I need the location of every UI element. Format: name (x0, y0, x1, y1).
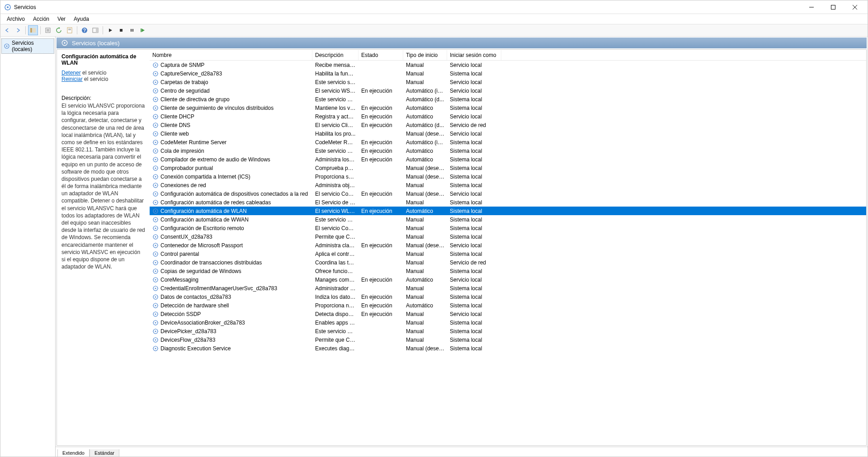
service-row[interactable]: Configuración automática de WLANEl servi… (150, 207, 866, 215)
column-state[interactable]: Estado (359, 50, 403, 60)
svg-point-50 (155, 159, 156, 160)
service-desc: El servicio Client... (312, 122, 359, 128)
service-row[interactable]: Conexiones de redAdministra obje...Manua… (150, 181, 866, 189)
properties-button[interactable] (65, 25, 75, 35)
menubar: Archivo Acción Ver Ayuda (0, 14, 868, 24)
service-row[interactable]: CredentialEnrollmentManagerUserSvc_d28a7… (150, 284, 866, 292)
maximize-button[interactable] (824, 1, 842, 14)
column-logon[interactable]: Iniciar sesión como (447, 50, 501, 60)
svg-point-70 (155, 245, 156, 246)
service-name: Conexión compartida a Internet (ICS) (160, 174, 250, 180)
restart-service-button[interactable] (138, 25, 148, 35)
show-hide-action-pane-button[interactable] (90, 25, 100, 35)
service-row[interactable]: Comprobador puntualComprueba pos...Manua… (150, 164, 866, 172)
service-row[interactable]: Detección SSDPDetecta disposit...En ejec… (150, 310, 866, 318)
restart-service-link[interactable]: Reiniciar (61, 76, 83, 82)
menu-ayuda[interactable]: Ayuda (70, 15, 93, 23)
service-row[interactable]: Conexión compartida a Internet (ICS)Prop… (150, 172, 866, 181)
menu-archivo[interactable]: Archivo (3, 15, 28, 23)
service-row[interactable]: CoreMessagingManages comm...En ejecución… (150, 275, 866, 284)
column-startup[interactable]: Tipo de inicio (403, 50, 447, 60)
service-row[interactable]: Compilador de extremo de audio de Window… (150, 155, 866, 164)
close-button[interactable] (846, 1, 864, 14)
svg-point-58 (155, 193, 156, 194)
minimize-button[interactable] (802, 1, 821, 14)
svg-point-48 (155, 150, 156, 151)
back-button[interactable] (2, 25, 12, 35)
service-row[interactable]: Contenedor de Microsoft PassportAdminist… (150, 241, 866, 250)
service-row[interactable]: Configuración automática de redes cablea… (150, 198, 866, 207)
service-row[interactable]: CodeMeter Runtime ServerCodeMeter Run...… (150, 138, 866, 146)
menu-accion[interactable]: Acción (29, 15, 53, 23)
svg-point-54 (155, 176, 156, 177)
service-row[interactable]: Configuración automática de dispositivos… (150, 189, 866, 198)
service-row[interactable]: Configuración automática de WWANEste ser… (150, 215, 866, 224)
service-row[interactable]: ConsentUX_d28a783Permite que Co...Manual… (150, 232, 866, 241)
service-row[interactable]: Centro de seguridadEl servicio WSCS...En… (150, 86, 866, 95)
svg-point-72 (155, 253, 156, 254)
service-name: Cliente DHCP (160, 113, 194, 120)
service-row[interactable]: Coordinador de transacciones distribuida… (150, 258, 866, 267)
service-startup: Automático (403, 113, 447, 120)
service-desc: Ofrece funciona... (312, 268, 359, 274)
svg-point-46 (155, 141, 156, 143)
svg-point-40 (155, 116, 156, 117)
export-list-button[interactable] (43, 25, 53, 35)
column-description[interactable]: Descripción (312, 50, 359, 60)
service-row[interactable]: Cola de impresiónEste servicio po...En e… (150, 146, 866, 155)
show-hide-tree-button[interactable] (28, 25, 38, 35)
service-row[interactable]: DevicesFlow_d28a783Permite que Co...Manu… (150, 335, 866, 344)
tab-extended[interactable]: Extendido (57, 449, 90, 457)
gear-icon (152, 122, 159, 128)
service-row[interactable]: CaptureService_d28a783Habilita la funci.… (150, 69, 866, 78)
gear-icon (152, 345, 159, 352)
service-row[interactable]: Detección de hardware shellProporciona n… (150, 301, 866, 310)
stop-service-link[interactable]: Detener (61, 70, 81, 76)
gear-icon (152, 217, 159, 223)
service-row[interactable]: Cliente de directiva de grupoEste servic… (150, 95, 866, 104)
service-row[interactable]: Copias de seguridad de WindowsOfrece fun… (150, 267, 866, 275)
service-desc: Permite que Co... (312, 337, 359, 343)
service-logon: Sistema local (447, 302, 501, 309)
service-row[interactable]: Diagnostic Execution ServiceExecutes dia… (150, 344, 866, 353)
stop-service-button[interactable] (116, 25, 126, 35)
forward-button[interactable] (13, 25, 23, 35)
gear-icon (152, 88, 159, 94)
window-title: Servicios (14, 4, 802, 10)
refresh-button[interactable] (54, 25, 64, 35)
services-app-icon (4, 4, 11, 11)
svg-point-90 (155, 330, 156, 332)
tree-root-services[interactable]: Servicios (locales) (1, 38, 54, 54)
gear-icon (152, 311, 159, 317)
service-name: DevicesFlow_d28a783 (160, 337, 215, 343)
service-row[interactable]: Configuración de Escritorio remotoEl ser… (150, 224, 866, 232)
service-row[interactable]: Carpetas de trabajoEste servicio sin...M… (150, 78, 866, 86)
menu-ver[interactable]: Ver (54, 15, 69, 23)
svg-text:?: ? (83, 28, 86, 33)
service-row[interactable]: Cliente webHabilita los pro...Manual (de… (150, 129, 866, 138)
service-row[interactable]: DeviceAssociationBroker_d28a783Enables a… (150, 318, 866, 327)
svg-point-60 (155, 202, 156, 203)
description-label: Descripción: (61, 95, 145, 101)
svg-point-86 (155, 313, 156, 315)
service-row[interactable]: Datos de contactos_d28a783Indiza los dat… (150, 292, 866, 301)
service-row[interactable]: DevicePicker_d28a783Este servicio de ...… (150, 327, 866, 335)
service-row[interactable]: Cliente de seguimiento de vínculos distr… (150, 104, 866, 112)
service-logon: Servicio local (447, 113, 501, 120)
service-row[interactable]: Cliente DNSEl servicio Client...En ejecu… (150, 121, 866, 129)
gear-icon (152, 96, 159, 103)
pause-service-button[interactable] (127, 25, 137, 35)
service-state: En ejecución (359, 302, 403, 309)
service-row[interactable]: Control parentalAplica el control...Manu… (150, 250, 866, 258)
start-service-button[interactable] (105, 25, 115, 35)
selected-service-title: Configuración automática de WLAN (61, 53, 145, 66)
service-logon: Sistema local (447, 156, 501, 163)
column-name[interactable]: Nombre (150, 50, 312, 60)
service-desc: Habilita los pro... (312, 131, 359, 137)
help-button[interactable]: ? (80, 25, 90, 35)
tab-standard[interactable]: Estándar (90, 449, 119, 457)
service-row[interactable]: Cliente DHCPRegistra y actua...En ejecuc… (150, 112, 866, 121)
service-row[interactable]: Captura de SNMPRecibe mensaje...ManualSe… (150, 61, 866, 69)
service-list[interactable]: Nombre Descripción Estado Tipo de inicio… (150, 50, 866, 445)
service-desc: Comprueba pos... (312, 165, 359, 171)
